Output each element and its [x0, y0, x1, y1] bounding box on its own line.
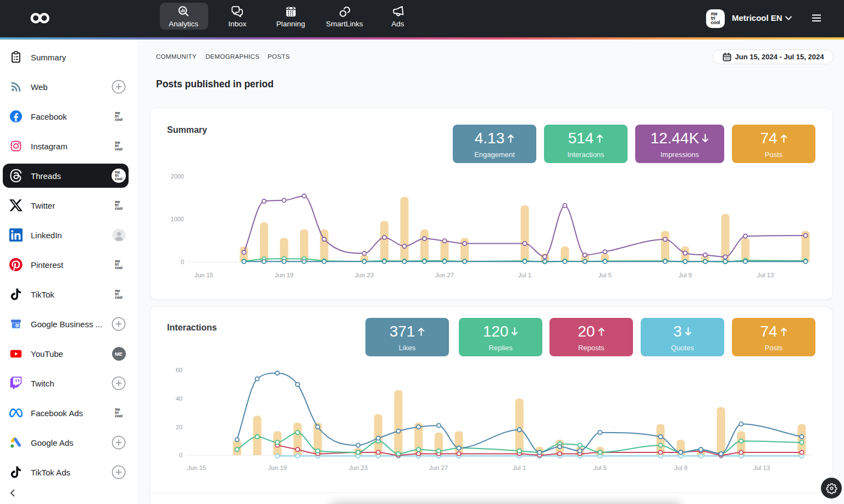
- svg-text:1000: 1000: [171, 216, 184, 222]
- svg-text:Jul 1: Jul 1: [513, 464, 526, 471]
- svg-text:Jul 13: Jul 13: [757, 272, 774, 278]
- svg-text:Jul 5: Jul 5: [598, 272, 612, 278]
- svg-text:2000: 2000: [171, 173, 184, 180]
- svg-text:40: 40: [176, 395, 182, 402]
- svg-text:Jun 27: Jun 27: [435, 272, 454, 278]
- svg-text:Jun 15: Jun 15: [187, 464, 207, 471]
- svg-text:Jun 23: Jun 23: [349, 464, 368, 471]
- svg-text:G: G: [16, 324, 19, 327]
- svg-text:Jul 13: Jul 13: [753, 464, 770, 471]
- svg-text:Jun 27: Jun 27: [429, 464, 448, 471]
- svg-text:Jun 15: Jun 15: [195, 272, 214, 278]
- svg-text:Jul 9: Jul 9: [674, 464, 687, 471]
- svg-text:Jul 5: Jul 5: [593, 464, 607, 471]
- svg-text:Jun 19: Jun 19: [275, 272, 294, 278]
- svg-text:20: 20: [176, 424, 182, 430]
- svg-text:Jul 9: Jul 9: [679, 272, 692, 278]
- svg-text:Jun 19: Jun 19: [268, 464, 287, 471]
- svg-text:Jun 23: Jun 23: [355, 272, 374, 278]
- svg-text:60: 60: [176, 367, 182, 373]
- svg-text:0: 0: [179, 452, 182, 458]
- svg-text:Jul 1: Jul 1: [518, 272, 531, 278]
- svg-text:0: 0: [181, 259, 184, 265]
